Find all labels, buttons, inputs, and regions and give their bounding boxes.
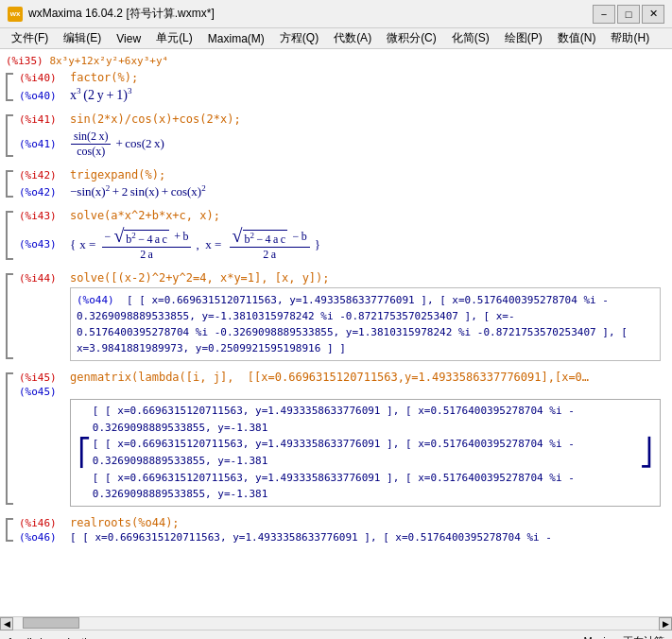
cell-45-input-row: (%i45) genmatrix(lambda([i, j], [[x=0.66… xyxy=(19,371,661,384)
cell-42-output-row: (%o42) −sin(x)2 + 2 sin(x) + cos(x)2 xyxy=(19,183,661,199)
cell-41-output-row: (%o41) sin(2 x) cos(x) + cos(2 x) xyxy=(19,130,661,159)
matrix-cell-31: [ [ x=0.6696315120711563, y=1.4933358633… xyxy=(93,470,638,503)
menu-help[interactable]: 帮助(H) xyxy=(603,28,657,48)
cell-46-input-label: (%i46) xyxy=(19,517,70,529)
cell-42-output-label: (%o42) xyxy=(19,186,70,199)
menu-simplify[interactable]: 化简(S) xyxy=(444,28,497,48)
status-bar: 1 cells in evaluation queue Maxima 正在计算 xyxy=(0,630,672,639)
cell-40-output-row: (%o40) x3 (2 y + 1)3 xyxy=(19,86,661,103)
cell-44-output-block: (%o44) [ [ x=0.6696315120711563, y=1.493… xyxy=(70,287,661,361)
cell-41-input: sin(2*x)/cos(x)+cos(2*x); xyxy=(70,112,661,126)
h-scroll-right-button[interactable]: ▶ xyxy=(659,617,672,630)
matrix-row-1: ⎡ [ [ x=0.6696315120711563, y=1.49333586… xyxy=(77,403,654,503)
cell-bracket-41 xyxy=(6,114,13,157)
cell-41-input-label: (%i41) xyxy=(19,113,70,126)
matrix-cell-11: [ [ x=0.6696315120711563, y=1.4933358633… xyxy=(93,403,638,436)
cell-43-brace-open: { xyxy=(70,237,76,252)
menu-cell[interactable]: 单元(L) xyxy=(148,28,200,48)
cell-45-input-label: (%i45) xyxy=(19,371,70,384)
cell-45-input: genmatrix(lambda([i, j], [[x=0.669631512… xyxy=(70,371,590,384)
cell-42: (%i42) trigexpand(%); (%o42) −sin(x)2 + … xyxy=(6,168,661,199)
app-icon: wx xyxy=(8,7,23,22)
cell-45: (%i45) genmatrix(lambda([i, j], [[x=0.66… xyxy=(6,371,661,507)
menu-file[interactable]: 文件(F) xyxy=(4,28,56,48)
cell-46: (%i46) realroots(%o44); (%o46) [ [ x=0.6… xyxy=(6,516,661,544)
cell-40-input-row: (%i40) factor(%); xyxy=(19,71,661,84)
cell-43-input-label: (%i43) xyxy=(19,210,70,222)
cell-44-input: solve([(x-2)^2+y^2=4, x*y=1], [x, y]); xyxy=(70,271,661,285)
menu-numeric[interactable]: 数值(N) xyxy=(550,28,604,48)
menu-edit[interactable]: 编辑(E) xyxy=(56,28,109,48)
cell-43-output-row: (%o43) { x = − √ b2 − 4 a c xyxy=(19,228,661,262)
menu-maxima[interactable]: Maxima(M) xyxy=(200,30,272,47)
cell-41-frac-den: cos(x) xyxy=(74,145,108,159)
cell-bracket-40 xyxy=(6,73,13,101)
window-controls: − □ ✕ xyxy=(593,5,664,24)
cell-42-input-label: (%i42) xyxy=(19,169,70,181)
main-area: (%i35) 8x³y+12x²y²+6xy³+y⁴ (%i40) factor… xyxy=(0,49,672,616)
horizontal-scrollbar[interactable]: ◀ ▶ xyxy=(0,616,672,630)
cell-40-output: x3 (2 y + 1)3 xyxy=(70,86,661,103)
cell-45-output-label-row: (%o45) xyxy=(19,386,661,398)
cell-bracket-42 xyxy=(6,170,13,198)
cell-bracket-45 xyxy=(6,372,13,505)
cell-43-input-row: (%i43) solve(a*x^2+b*x+c, x); xyxy=(19,209,661,222)
cell-41-fraction: sin(2 x) cos(x) xyxy=(71,130,111,159)
cell-41-output-label: (%o41) xyxy=(19,138,70,150)
cell-43-output: { x = − √ b2 − 4 a c + b xyxy=(70,228,661,262)
cell-43-comma: , x = xyxy=(196,237,224,252)
cell-41-input-row: (%i41) sin(2*x)/cos(x)+cos(2*x); xyxy=(19,112,661,126)
h-scrollbar-thumb[interactable] xyxy=(23,617,79,629)
cell-41: (%i41) sin(2*x)/cos(x)+cos(2*x); (%o41) … xyxy=(6,112,661,159)
cell-44-output-label: (%o44) xyxy=(77,294,114,306)
title-bar: wx wxMaxima 16.04.2 [符号计算.wxmx*] − □ ✕ xyxy=(0,0,672,28)
cell-44-input-row: (%i44) solve([(x-2)^2+y^2=4, x*y=1], [x,… xyxy=(19,271,661,285)
menu-calculus[interactable]: 微积分(C) xyxy=(379,28,444,48)
cell-40: (%i40) factor(%); (%o40) x3 (2 y + 1)3 xyxy=(6,71,661,103)
h-scroll-left-button[interactable]: ◀ xyxy=(0,617,13,630)
cell-46-input: realroots(%o44); xyxy=(70,516,661,529)
cell-43-brace-close: } xyxy=(315,237,320,252)
menu-plot[interactable]: 绘图(P) xyxy=(497,28,550,48)
cell-46-output-row: (%o46) [ [ x=0.6696315120711563, y=1.493… xyxy=(19,531,661,544)
menu-view[interactable]: View xyxy=(109,30,148,47)
maximize-button[interactable]: □ xyxy=(617,5,640,24)
cell-46-output-label: (%o46) xyxy=(19,531,70,544)
cell-46-output: [ [ x=0.6696315120711563, y=1.4933358633… xyxy=(70,531,661,544)
partial-top-line: (%i35) 8x³y+12x²y²+6xy³+y⁴ xyxy=(6,55,661,67)
cell-42-output: −sin(x)2 + 2 sin(x) + cos(x)2 xyxy=(70,183,661,199)
cell-42-input-row: (%i42) trigexpand(%); xyxy=(19,168,661,181)
menu-equation[interactable]: 方程(Q) xyxy=(272,28,326,48)
status-right: Maxima 正在计算 xyxy=(583,634,664,639)
cell-bracket-46 xyxy=(6,518,13,542)
h-scrollbar-track[interactable] xyxy=(13,617,659,630)
matrix-cell-21: [ [ x=0.6696315120711563, y=1.4933358633… xyxy=(93,436,638,469)
window-title: wxMaxima 16.04.2 [符号计算.wxmx*] xyxy=(28,6,215,22)
close-button[interactable]: ✕ xyxy=(642,5,664,24)
title-bar-left: wx wxMaxima 16.04.2 [符号计算.wxmx*] xyxy=(8,6,215,22)
cell-40-input: factor(%); xyxy=(70,71,661,84)
cell-44-input-label: (%i44) xyxy=(19,272,70,285)
cell-42-input: trigexpand(%); xyxy=(70,168,661,181)
cell-40-input-label: (%i40) xyxy=(19,72,70,84)
cell-45-output-label: (%o45) xyxy=(19,386,70,398)
cell-44: (%i44) solve([(x-2)^2+y^2=4, x*y=1], [x,… xyxy=(6,271,661,361)
menu-bar: 文件(F) 编辑(E) View 单元(L) Maxima(M) 方程(Q) 代… xyxy=(0,28,672,49)
cell-43-x2: √ b2 − 4 a c − b 2 a xyxy=(229,228,311,262)
cell-43-input: solve(a*x^2+b*x+c, x); xyxy=(70,209,661,222)
cell-bracket-43 xyxy=(6,211,13,260)
cell-43-output-label: (%o43) xyxy=(19,238,70,250)
menu-algebra[interactable]: 代数(A) xyxy=(326,28,379,48)
minimize-button[interactable]: − xyxy=(593,5,615,24)
cell-45-matrix: ⎡ [ [ x=0.6696315120711563, y=1.49333586… xyxy=(70,399,661,507)
cell-43: (%i43) solve(a*x^2+b*x+c, x); (%o43) { x… xyxy=(6,209,661,262)
content-scroll[interactable]: (%i35) 8x³y+12x²y²+6xy³+y⁴ (%i40) factor… xyxy=(0,49,672,616)
cell-43-x1: x = − √ b2 − 4 a c + b 2 a xyxy=(79,228,192,262)
cell-40-output-label: (%o40) xyxy=(19,90,70,102)
cell-bracket-44 xyxy=(6,273,13,359)
cell-41-output: sin(2 x) cos(x) + cos(2 x) xyxy=(70,130,661,159)
cell-41-plus: + cos(2 x) xyxy=(115,136,164,151)
cell-41-frac-num: sin(2 x) xyxy=(71,130,111,145)
status-left: 1 cells in evaluation queue xyxy=(8,636,130,640)
cell-46-input-row: (%i46) realroots(%o44); xyxy=(19,516,661,529)
